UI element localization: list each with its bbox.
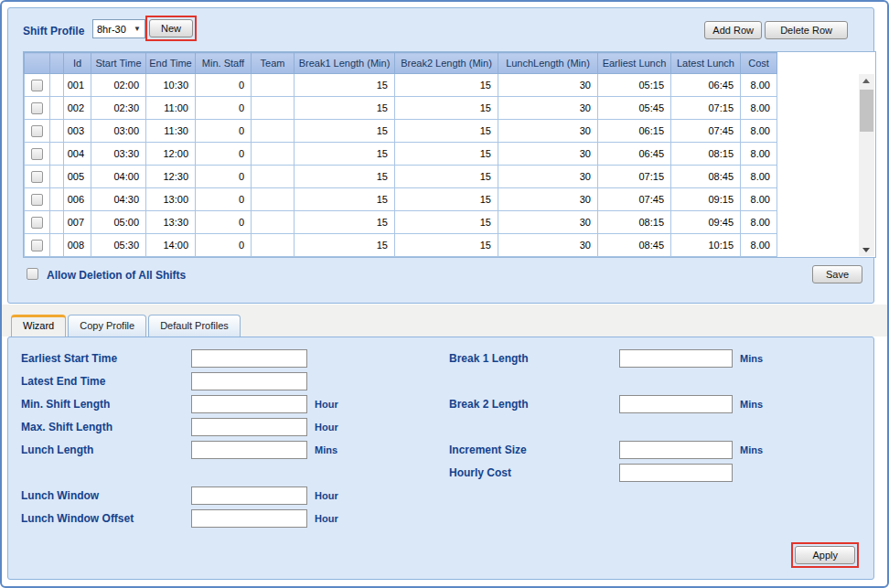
row-checkbox[interactable] xyxy=(31,148,43,160)
cell xyxy=(252,143,295,166)
cell: 15 xyxy=(395,166,498,188)
tab-copy-profile[interactable]: Copy Profile xyxy=(68,315,146,337)
row-spacer-cell xyxy=(50,188,64,211)
scroll-down-icon[interactable] xyxy=(859,243,874,256)
cell: 12:30 xyxy=(146,166,196,188)
column-header-start-time: Start Time xyxy=(91,53,146,74)
lunch-window-offset-label: Lunch Window Offset xyxy=(21,513,134,524)
cell: 8.00 xyxy=(741,143,777,166)
latest-end-time-input[interactable] xyxy=(191,372,307,390)
table-row: 00504:0012:30015153007:1508:458.00 xyxy=(25,166,777,188)
hourly-cost-label: Hourly Cost xyxy=(449,467,511,478)
cell: 003 xyxy=(64,120,91,143)
cell: 09:45 xyxy=(671,211,741,234)
row-checkbox[interactable] xyxy=(31,125,43,137)
lunch-length-input[interactable] xyxy=(191,441,307,459)
apply-button[interactable]: Apply xyxy=(795,546,855,564)
min-shift-length-unit: Hour xyxy=(315,399,338,410)
cell: 11:00 xyxy=(146,97,196,120)
column-header-latest-lunch: Latest Lunch xyxy=(671,53,741,74)
shift-table: IdStart TimeEnd TimeMin. StaffTeamBreak1… xyxy=(24,52,777,257)
lunch-window-offset-input[interactable] xyxy=(191,509,307,528)
save-button[interactable]: Save xyxy=(812,265,862,283)
row-checkbox[interactable] xyxy=(31,194,43,206)
cell: 13:00 xyxy=(146,188,196,211)
row-select-cell xyxy=(25,188,50,211)
cell xyxy=(252,188,295,211)
cell: 04:30 xyxy=(91,188,146,211)
cell: 0 xyxy=(196,143,252,166)
cell: 11:30 xyxy=(146,120,196,143)
shift-table-body: 00102:0010:30015153005:1506:458.0000202:… xyxy=(25,74,777,257)
row-spacer-cell xyxy=(50,97,64,120)
column-header-lunchlength-min: LunchLength (Min) xyxy=(498,53,598,74)
tab-strip: WizardCopy ProfileDefault Profiles xyxy=(11,312,241,337)
increment-size-input[interactable] xyxy=(619,441,733,459)
apply-button-highlight: Apply xyxy=(791,542,859,568)
column-header-min-staff: Min. Staff xyxy=(196,53,252,74)
row-checkbox[interactable] xyxy=(31,102,43,114)
tab-default-profiles[interactable]: Default Profiles xyxy=(148,315,241,337)
row-select-cell xyxy=(25,74,50,97)
cell: 05:45 xyxy=(598,97,671,120)
scroll-up-icon[interactable] xyxy=(859,74,874,87)
break-1-length-label: Break 1 Length xyxy=(449,353,529,364)
delete-row-button[interactable]: Delete Row xyxy=(765,21,848,39)
cell: 30 xyxy=(498,74,598,97)
column-header-end-time: End Time xyxy=(146,53,196,74)
cell: 15 xyxy=(295,74,395,97)
break-1-length-input[interactable] xyxy=(619,349,733,368)
cell: 10:30 xyxy=(146,74,196,97)
cell: 30 xyxy=(498,120,598,143)
column-header-team: Team xyxy=(252,53,295,74)
add-row-button[interactable]: Add Row xyxy=(704,21,762,39)
allow-deletion-checkbox[interactable] xyxy=(27,268,38,280)
shift-profile-panel: Shift Profile 8hr-30 ▼ New Add Row Delet… xyxy=(7,7,874,304)
table-row: 00303:0011:30015153006:1507:458.00 xyxy=(25,120,777,143)
cell: 12:00 xyxy=(146,143,196,166)
row-checkbox[interactable] xyxy=(31,80,43,91)
cell: 30 xyxy=(498,143,598,166)
new-button[interactable]: New xyxy=(149,19,193,37)
vertical-scrollbar[interactable] xyxy=(859,74,874,256)
row-spacer-cell xyxy=(50,143,64,166)
latest-end-time-label: Latest End Time xyxy=(21,376,105,387)
max-shift-length-input[interactable] xyxy=(191,418,307,436)
row-checkbox[interactable] xyxy=(31,240,43,251)
scrollbar-thumb[interactable] xyxy=(860,90,873,132)
min-shift-length-input[interactable] xyxy=(191,395,307,413)
tab-wizard[interactable]: Wizard xyxy=(11,315,66,337)
lunch-window-unit: Hour xyxy=(315,490,338,501)
cell: 006 xyxy=(64,188,91,211)
cell: 02:00 xyxy=(91,74,146,97)
break-1-length-unit: Mins xyxy=(740,353,763,364)
cell: 06:15 xyxy=(598,120,671,143)
row-checkbox[interactable] xyxy=(31,171,43,183)
cell: 15 xyxy=(395,97,498,120)
cell: 0 xyxy=(196,166,252,188)
lunch-length-unit: Mins xyxy=(315,444,337,455)
cell: 007 xyxy=(64,211,91,234)
cell xyxy=(252,97,295,120)
cell: 30 xyxy=(498,234,598,257)
table-row: 00102:0010:30015153005:1506:458.00 xyxy=(25,74,777,97)
cell: 03:00 xyxy=(91,120,146,143)
hourly-cost-input[interactable] xyxy=(619,464,733,482)
cell: 07:45 xyxy=(598,188,671,211)
shift-profile-select[interactable]: 8hr-30 ▼ xyxy=(92,19,145,38)
row-spacer-cell xyxy=(50,166,64,188)
lunch-window-input[interactable] xyxy=(191,486,307,505)
cell: 06:45 xyxy=(671,74,741,97)
row-select-cell xyxy=(25,120,50,143)
row-checkbox[interactable] xyxy=(31,217,43,229)
cell: 08:15 xyxy=(598,211,671,234)
cell xyxy=(252,120,295,143)
row-select-cell xyxy=(25,97,50,120)
cell: 15 xyxy=(295,188,395,211)
cell: 30 xyxy=(498,188,598,211)
break-2-length-input[interactable] xyxy=(619,395,733,413)
cell: 04:00 xyxy=(91,166,146,188)
earliest-start-time-input[interactable] xyxy=(191,349,307,368)
cell: 0 xyxy=(196,234,252,257)
cell: 15 xyxy=(295,120,395,143)
